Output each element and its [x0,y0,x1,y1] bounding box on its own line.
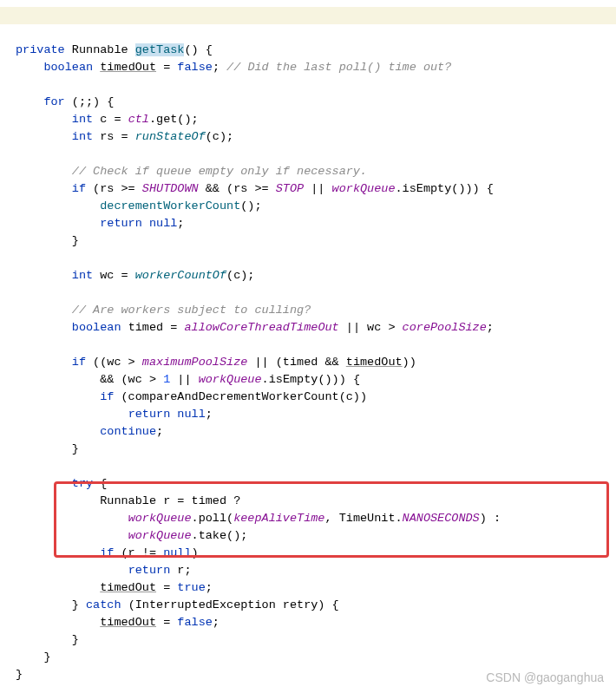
text: ; [487,321,494,334]
text: .get(); [149,113,199,126]
method-workercountof: workerCountOf [135,269,226,282]
field-workqueue: workQueue [128,529,192,542]
const-nanoseconds: NANOSECONDS [403,512,480,525]
const-stop: STOP [276,182,304,195]
kw-int: int [72,269,93,282]
const-shutdown: SHUTDOWN [142,182,199,195]
method-signature-highlight [0,7,616,24]
type-runnable: Runnable [100,494,156,507]
text: && (wc > [100,373,163,386]
kw-false: false [177,61,213,74]
text: ; [213,616,220,629]
text: wc = [93,269,135,282]
kw-try: try [72,477,93,490]
text: ; [177,217,184,230]
text: .poll( [192,512,234,525]
text: rs = [93,130,135,143]
comment: // Are workers subject to culling? [72,304,311,317]
text: ; [213,61,226,74]
text: || (timed && [247,356,345,369]
text: || [170,373,198,386]
var-timedout: timedOut [100,581,156,594]
field-corepoolsize: corePoolSize [403,321,487,334]
text: timed = [121,321,185,334]
field-ctl: ctl [128,113,149,126]
method-name: getTask [135,43,185,56]
text: (;;) { [65,95,115,108]
field-workqueue: workQueue [128,512,192,525]
kw-private: private [16,43,65,56]
var-timedout: timedOut [100,61,156,74]
kw-int: int [72,113,93,126]
text: (compareAndDecrementWorkerCount(c)) [114,390,367,403]
text: (rs >= [86,182,142,195]
brace: } [72,442,79,455]
text: (InterruptedException retry) { [121,598,339,611]
var-timedout: timedOut [346,356,403,369]
text: && (rs >= [199,182,276,195]
kw-if: if [72,182,86,195]
field-allowcorethreadtimeout: allowCoreThreadTimeOut [184,321,338,334]
kw-if: if [72,356,86,369]
method-runstateof: runStateOf [135,130,206,143]
text: , TimeUnit. [324,512,402,525]
text: = [156,61,177,74]
kw-return-null: return null [100,217,177,230]
text: .take(); [192,529,248,542]
text: ; [206,408,213,421]
text: c = [93,113,128,126]
text: (c); [226,269,254,282]
brace: } [16,668,23,681]
code-content: private Runnable getTask() { boolean tim… [16,42,616,683]
comment: // Did the last poll() time out? [226,61,451,74]
kw-boolean: boolean [72,321,121,334]
text: } [72,598,86,611]
kw-null: null [163,546,191,559]
text: ((wc > [86,356,142,369]
text: )) [403,356,416,369]
kw-boolean: boolean [43,61,93,74]
field-maximumpoolsize: maximumPoolSize [142,356,248,369]
kw-if: if [100,390,114,403]
watermark: CSDN @gaoganghua [486,669,604,686]
brace: } [72,633,79,646]
comment: // Check if queue empty only if necessar… [72,165,367,178]
text: || [304,182,331,195]
var-timedout: timedOut [100,616,156,629]
brace: } [43,651,50,664]
text: ) : [480,512,501,525]
text: () { [184,43,212,56]
field-workqueue: workQueue [199,373,262,386]
text: || wc > [339,321,403,334]
type-runnable: Runnable [72,43,128,56]
field-keepalivetime: keepAliveTime [233,512,324,525]
kw-false: false [177,616,213,629]
text: ) [192,546,199,559]
text: = [156,581,177,594]
text: ; [156,425,163,438]
code-block: private Runnable getTask() { boolean tim… [0,0,616,693]
brace: } [72,234,79,247]
text: r = timed ? [156,494,240,507]
text: .isEmpty())) { [396,182,494,195]
text: = [156,616,177,629]
kw-return-null: return null [128,408,206,421]
kw-true: true [177,581,205,594]
text: ; [206,581,213,594]
text: { [93,477,107,490]
text: .isEmpty())) { [262,373,360,386]
kw-if: if [100,546,114,559]
kw-catch: catch [86,598,121,611]
kw-return: return [128,564,171,577]
method-decrementworkercount: decrementWorkerCount [100,199,240,212]
text: r; [170,564,191,577]
kw-int: int [72,130,93,143]
text: (c); [206,130,233,143]
field-workqueue: workQueue [332,182,396,195]
text: (); [240,199,261,212]
text: (r != [114,546,163,559]
kw-continue: continue [100,425,156,438]
kw-for: for [43,95,64,108]
